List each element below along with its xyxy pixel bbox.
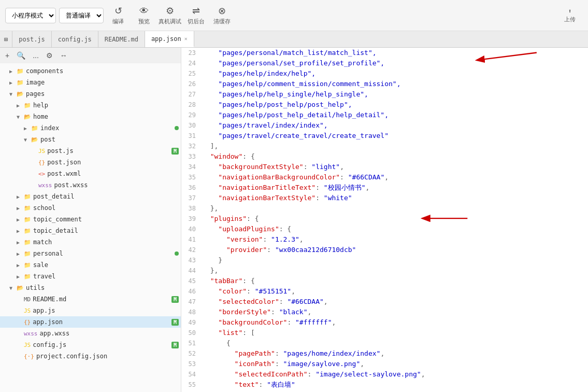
tree-item-match[interactable]: ▶ 📁 match (0, 236, 181, 248)
code-line-38: 38 }, (181, 203, 588, 214)
tree-item-sale[interactable]: ▶ 📁 sale (0, 259, 181, 271)
line-number: 55 (181, 380, 202, 390)
tree-item-post-wxss[interactable]: wxss post.wxss (0, 179, 181, 191)
refresh-button[interactable]: ↺ 编译 (107, 3, 130, 29)
tree-item-config-js[interactable]: JS config.js M (0, 339, 181, 351)
tree-item-post[interactable]: ▼ 📂 post (0, 134, 181, 145)
code-text: } (202, 255, 222, 265)
tab-config-js[interactable]: config.js (52, 31, 98, 47)
tree-item-app-wxss[interactable]: wxss app.wxss (0, 328, 181, 339)
line-number: 29 (181, 110, 202, 120)
arrow-icon: ▼ (9, 91, 17, 97)
collapse-button[interactable]: ↔ (58, 50, 69, 61)
tree-item-personal[interactable]: ▶ 📁 personal (0, 248, 181, 259)
remote-debug-button[interactable]: ⚙ 真机调试 (159, 3, 181, 29)
code-line-26: 26 "pages/help/comment_mission/comment_m… (181, 79, 588, 89)
code-text: "pages/help/post_help/post_help", (202, 100, 352, 110)
sidebar-toggle[interactable]: ⊞ (0, 31, 12, 47)
code-text: "list": [ (202, 328, 255, 338)
code-text: "selectedColor": "#66CDAA", (202, 297, 328, 307)
folder-open-icon: 📂 (31, 136, 38, 143)
tree-label: school (33, 204, 55, 212)
code-text: }, (202, 203, 218, 214)
badge-m: M (171, 296, 179, 303)
tree-item-school[interactable]: ▶ 📁 school (0, 202, 181, 214)
tree-item-components[interactable]: ▶ 📁 components (0, 65, 181, 77)
tree-item-travel[interactable]: ▶ 📁 travel (0, 271, 181, 282)
tab-app-json[interactable]: app.json ✕ (145, 31, 194, 47)
main-toolbar: 小程序模式 普通编译 ↺ 编译 👁 预览 ⚙ 真机调试 ⇌ 切后台 ⊗ 清缓存 … (0, 0, 588, 31)
tree-item-post-json[interactable]: {} post.json (0, 157, 181, 168)
new-file-button[interactable]: + (3, 50, 11, 61)
line-number: 49 (181, 317, 202, 328)
line-number: 34 (181, 162, 202, 172)
tree-item-home[interactable]: ▼ 📂 home (0, 111, 181, 122)
code-line-54: 54 "selectedIconPath": "image/select-say… (181, 369, 588, 380)
filter-button[interactable]: ⚙ (44, 50, 55, 61)
code-text: "selectedIconPath": "image/select-saylov… (202, 369, 425, 380)
backend-button[interactable]: ⇌ 切后台 (184, 3, 207, 29)
tree-item-app-json[interactable]: {} app.json M (0, 316, 181, 328)
js-file-icon: JS (38, 148, 45, 155)
code-editor[interactable]: 23 "pages/personal/match_list/match_list… (181, 48, 588, 392)
preview-button[interactable]: 👁 预览 (133, 3, 155, 29)
tree-item-topic-detail[interactable]: ▶ 📁 topic_detail (0, 225, 181, 236)
tree-item-readme[interactable]: MD README.md M (0, 293, 181, 305)
tree-item-utils[interactable]: ▼ 📂 utils (0, 282, 181, 293)
folder-icon: 📁 (17, 68, 24, 75)
tab-bar: ⊞ post.js config.js README.md app.json ✕ (0, 31, 588, 48)
tree-item-post-js[interactable]: JS post.js M (0, 145, 181, 157)
more-button[interactable]: ... (31, 50, 41, 61)
tab-close-icon[interactable]: ✕ (184, 36, 188, 41)
line-number: 52 (181, 348, 202, 359)
tree-item-post-detail[interactable]: ▶ 📁 post_detail (0, 191, 181, 202)
line-number: 39 (181, 214, 202, 224)
mode-select[interactable]: 小程序模式 (5, 8, 56, 23)
upload-button[interactable]: ⬆ 上传 (557, 3, 583, 29)
search-button[interactable]: 🔍 (15, 50, 27, 61)
folder-open-icon: 📂 (24, 114, 31, 120)
tree-item-image[interactable]: ▶ 📁 image (0, 77, 181, 88)
modified-dot (175, 126, 179, 130)
folder-icon: 📁 (24, 262, 31, 269)
code-line-25: 25 "pages/help/index/help", (181, 68, 588, 79)
arrow-icon: ▶ (17, 262, 24, 268)
code-line-39: 39 "plugins": { (181, 214, 588, 224)
line-number: 47 (181, 297, 202, 307)
line-number: 30 (181, 120, 202, 131)
tree-label: match (33, 239, 52, 246)
tree-label: travel (33, 273, 55, 280)
folder-icon: 📁 (24, 216, 31, 223)
tree-item-app-js[interactable]: JS app.js (0, 305, 181, 316)
line-number: 42 (181, 245, 202, 255)
clear-cache-button[interactable]: ⊗ 清缓存 (210, 3, 233, 29)
md-file-icon: MD (24, 296, 31, 303)
arrow-icon: ▶ (17, 228, 24, 234)
tree-item-pages[interactable]: ▼ 📂 pages (0, 88, 181, 100)
arrow-icon: ▶ (9, 68, 17, 74)
json-file-icon: {} (24, 319, 31, 326)
tab-post-js[interactable]: post.js (12, 31, 52, 47)
tree-item-topic-comment[interactable]: ▶ 📁 topic_comment (0, 214, 181, 225)
wxss-file-icon: wxss (24, 330, 38, 337)
tree-label: image (26, 79, 45, 86)
folder-icon: 📁 (24, 102, 31, 109)
tree-item-project-config[interactable]: {·} project.config.json (0, 351, 181, 362)
tree-item-help[interactable]: ▶ 📁 help (0, 100, 181, 111)
tree-label: personal (33, 250, 63, 257)
tree-item-index[interactable]: ▶ 📁 index (0, 122, 181, 134)
code-line-35: 35 "navigationBarBackgroundColor": "#66C… (181, 172, 588, 183)
code-text: "navigationBarBackgroundColor": "#66CDAA… (202, 172, 389, 183)
code-line-32: 32 ], (181, 141, 588, 151)
line-number: 32 (181, 141, 202, 151)
tree-label: post.js (47, 147, 74, 155)
line-number: 38 (181, 203, 202, 214)
tree-item-post-wxml[interactable]: <> post.wxml (0, 168, 181, 179)
file-sidebar: + 🔍 ... ⚙ ↔ ▶ 📁 components ▶ 📁 image (0, 48, 181, 392)
arrow-icon: ▶ (9, 80, 17, 86)
line-number: 48 (181, 307, 202, 317)
tab-readme[interactable]: README.md (98, 31, 145, 47)
code-line-47: 47 "selectedColor": "#66CDAA", (181, 297, 588, 307)
folder-open-icon: 📂 (17, 285, 24, 291)
compile-select[interactable]: 普通编译 (59, 8, 104, 23)
